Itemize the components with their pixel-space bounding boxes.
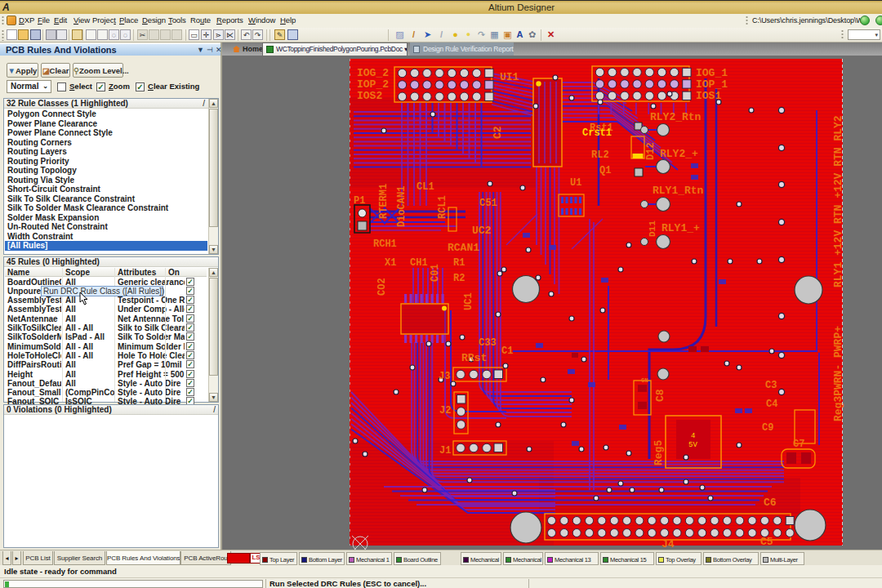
svg-text:GN: GN: [641, 377, 648, 384]
svg-text:J2: J2: [439, 405, 451, 416]
svg-text:IOP_1: IOP_1: [696, 78, 728, 91]
svg-text:UC1: UC1: [463, 292, 474, 310]
svg-text:X1: X1: [385, 257, 396, 269]
svg-text:J3: J3: [439, 371, 450, 382]
svg-text:RLY2_+: RLY2_+: [660, 148, 698, 160]
svg-text:J4: J4: [662, 538, 675, 550]
svg-text:IOS1: IOS1: [696, 90, 721, 102]
svg-text:C6: C6: [764, 497, 777, 509]
svg-text:UC2: UC2: [472, 225, 492, 237]
svg-text:RCH1: RCH1: [373, 238, 397, 250]
svg-text:J1: J1: [439, 445, 451, 457]
svg-text:C7: C7: [793, 439, 804, 450]
svg-text:RLY1_Rtn: RLY1_Rtn: [653, 185, 704, 197]
svg-text:Crst1: Crst1: [582, 127, 612, 139]
svg-text:4: 4: [691, 432, 695, 440]
svg-text:IOG_2: IOG_2: [357, 67, 389, 79]
svg-text:RRst: RRst: [461, 352, 487, 364]
svg-text:C4: C4: [766, 399, 777, 410]
svg-text:IOP_2: IOP_2: [357, 78, 389, 91]
svg-text:C33: C33: [479, 337, 497, 349]
svg-text:RL2: RL2: [591, 149, 609, 161]
svg-text:RTERM1: RTERM1: [378, 184, 390, 219]
svg-text:CO2: CO2: [376, 278, 388, 296]
svg-text:IOG_1: IOG_1: [696, 67, 728, 79]
svg-text:R1: R1: [453, 257, 465, 269]
svg-text:P1: P1: [354, 195, 365, 207]
svg-text:IOS2: IOS2: [357, 90, 382, 102]
svg-text:UI1: UI1: [500, 71, 519, 83]
svg-text:RLY2_Rtn: RLY2_Rtn: [650, 111, 702, 123]
svg-text:RCL1: RCL1: [437, 195, 448, 219]
svg-text:C5: C5: [760, 536, 773, 548]
svg-text:CL1: CL1: [416, 181, 434, 193]
svg-text:Q1: Q1: [599, 165, 611, 176]
svg-text:D12: D12: [645, 142, 657, 160]
svg-text:RCAN1: RCAN1: [448, 242, 479, 254]
svg-text:C9: C9: [762, 422, 773, 434]
svg-text:U1: U1: [570, 177, 581, 189]
svg-text:C51: C51: [479, 198, 497, 209]
svg-text:R2: R2: [453, 273, 465, 284]
svg-text:C1: C1: [501, 345, 513, 357]
svg-text:5V: 5V: [688, 441, 697, 449]
svg-text:C8: C8: [654, 389, 666, 402]
svg-text:D11: D11: [648, 220, 657, 237]
svg-text:Reg5: Reg5: [653, 440, 665, 466]
svg-text:RLY1_+: RLY1_+: [662, 222, 700, 234]
svg-text:DioCAN1: DioCAN1: [396, 186, 408, 227]
svg-text:CH1: CH1: [410, 257, 428, 269]
svg-text:C2: C2: [492, 126, 504, 139]
svg-text:C3: C3: [765, 380, 777, 391]
svg-text:C01: C01: [430, 264, 441, 282]
